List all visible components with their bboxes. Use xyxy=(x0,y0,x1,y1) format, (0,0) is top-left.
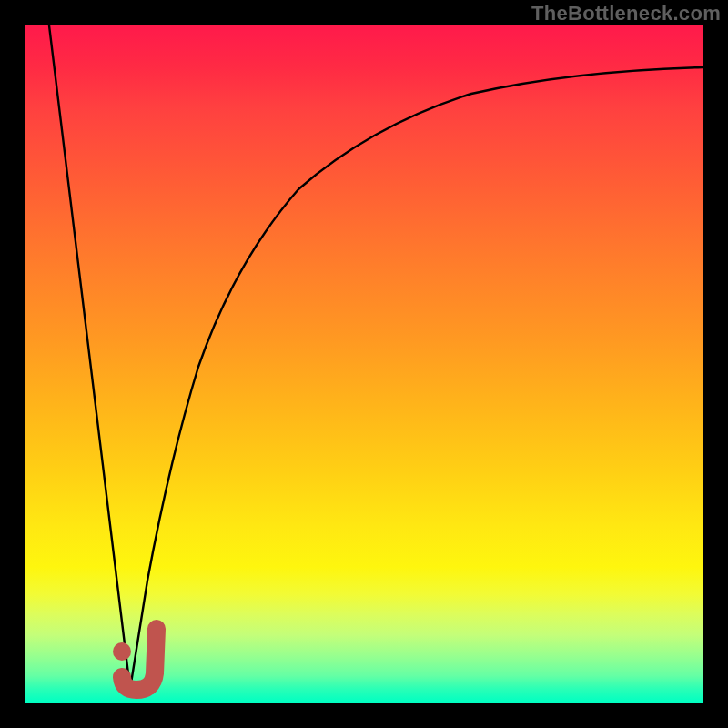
watermark-text: TheBottleneck.com xyxy=(531,2,721,25)
j-marker-dot xyxy=(113,642,131,661)
curve-left-segment xyxy=(49,25,130,689)
curve-layer xyxy=(25,25,703,703)
plot-area xyxy=(25,25,703,703)
curve-right-segment xyxy=(130,67,703,689)
chart-frame: TheBottleneck.com xyxy=(0,0,728,728)
